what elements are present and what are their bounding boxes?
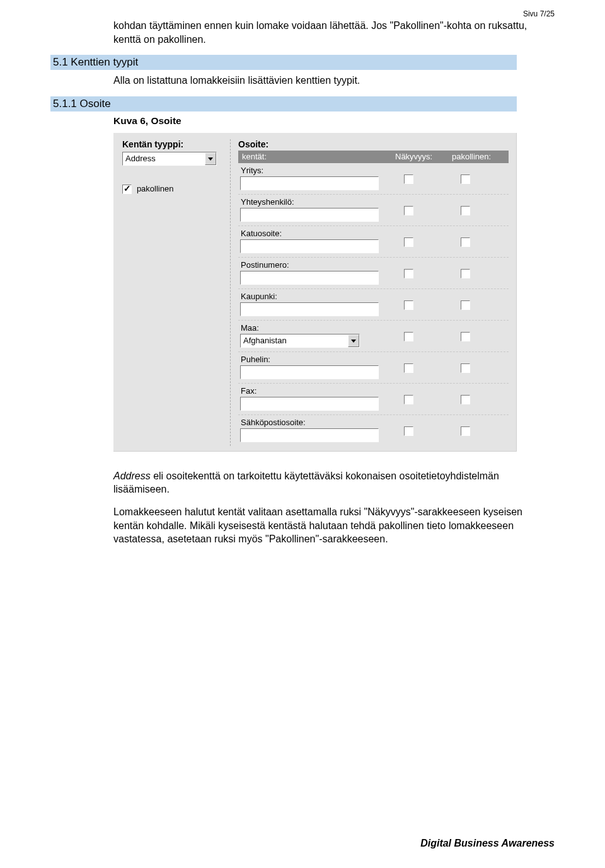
after-form-p2: Lomakkeeseen halutut kentät valitaan ase… — [113, 505, 555, 546]
visibility-checkbox[interactable] — [404, 237, 413, 247]
mandatory-field-checkbox[interactable] — [461, 237, 470, 247]
visibility-checkbox[interactable] — [404, 206, 413, 215]
text-input[interactable] — [240, 239, 379, 253]
field-row: Yhteyshenkilö: — [238, 196, 509, 226]
field-label: Yritys: — [238, 164, 395, 175]
column-header-row: kentät: Näkyvyys: pakollinen: — [238, 151, 509, 163]
mandatory-label: pakollinen — [134, 184, 174, 193]
field-label: Yhteyshenkilö: — [238, 196, 395, 207]
field-row: Sähköpostiosoite: — [238, 416, 509, 446]
visibility-checkbox[interactable] — [404, 363, 413, 373]
visibility-checkbox[interactable] — [404, 174, 413, 184]
field-label: Sähköpostiosoite: — [238, 416, 395, 427]
text-input[interactable] — [240, 397, 379, 411]
mandatory-field-checkbox[interactable] — [461, 206, 470, 215]
mandatory-field-checkbox[interactable] — [461, 269, 470, 278]
after-form-p1: Address eli osoitekenttä on tarkoitettu … — [113, 469, 555, 496]
country-value: Afghanistan — [243, 336, 287, 345]
col-header-visibility: Näkyvyys: — [395, 152, 452, 161]
field-row: Fax: — [238, 385, 509, 415]
intro-paragraph: kohdan täyttäminen ennen kuin lomake voi… — [113, 19, 555, 46]
field-row: Kaupunki: — [238, 290, 509, 321]
form-right-column: Osoite: kentät: Näkyvyys: pakollinen: Yr… — [230, 139, 516, 446]
field-type-select[interactable]: Address — [122, 152, 217, 166]
field-label: Katuosoite: — [238, 227, 395, 238]
text-input[interactable] — [240, 208, 379, 222]
field-label: Maa: — [238, 322, 395, 333]
field-label: Postinumero: — [238, 259, 395, 270]
osoite-title: Osoite: — [238, 139, 509, 149]
after-form-p1-rest: eli osoitekenttä on tarkoitettu käytettä… — [113, 471, 499, 495]
col-header-mandatory: pakollinen: — [452, 152, 509, 161]
mandatory-field-checkbox[interactable] — [461, 332, 470, 341]
mandatory-checkbox[interactable] — [122, 185, 132, 194]
field-row: Katuosoite: — [238, 227, 509, 258]
mandatory-field-checkbox[interactable] — [461, 363, 470, 373]
mandatory-field-checkbox[interactable] — [461, 395, 470, 404]
field-type-value: Address — [125, 154, 156, 163]
visibility-checkbox[interactable] — [404, 395, 413, 404]
mandatory-field-checkbox[interactable] — [461, 300, 470, 310]
footer-brand: Digital Business Awareness — [420, 838, 555, 849]
mandatory-field-checkbox[interactable] — [461, 426, 470, 436]
heading-5-1-1: 5.1.1 Osoite — [50, 96, 517, 111]
text-input[interactable] — [240, 302, 379, 316]
field-label: Kaupunki: — [238, 290, 395, 301]
text-input[interactable] — [240, 271, 379, 285]
visibility-checkbox[interactable] — [404, 269, 413, 278]
chevron-down-icon[interactable] — [348, 334, 359, 347]
field-row: Maa:Afghanistan — [238, 322, 509, 352]
field-type-label: Kentän tyyppi: — [122, 139, 230, 149]
section-5-1-subtext: Alla on listattuna lomakkeisiin lisättäv… — [113, 74, 555, 88]
mandatory-field-checkbox[interactable] — [461, 174, 470, 184]
field-row: Yritys: — [238, 164, 509, 195]
address-italic: Address — [113, 471, 151, 481]
field-row: Postinumero: — [238, 259, 509, 289]
field-label: Fax: — [238, 385, 395, 396]
form-panel: Kentän tyyppi: Address pakollinen Osoite… — [113, 133, 517, 452]
field-row: Puhelin: — [238, 353, 509, 384]
visibility-checkbox[interactable] — [404, 300, 413, 310]
text-input[interactable] — [240, 365, 379, 379]
page-number: Sivu 7/25 — [523, 9, 555, 18]
heading-5-1: 5.1 Kenttien tyypit — [50, 55, 517, 70]
visibility-checkbox[interactable] — [404, 426, 413, 436]
form-left-column: Kentän tyyppi: Address pakollinen — [113, 139, 230, 446]
col-header-fields: kentät: — [238, 152, 395, 161]
visibility-checkbox[interactable] — [404, 332, 413, 341]
chevron-down-icon[interactable] — [205, 152, 216, 165]
text-input[interactable] — [240, 176, 379, 190]
figure-6-label: Kuva 6, Osoite — [113, 115, 555, 127]
country-select[interactable]: Afghanistan — [240, 334, 360, 348]
text-input[interactable] — [240, 428, 379, 442]
field-label: Puhelin: — [238, 353, 395, 364]
